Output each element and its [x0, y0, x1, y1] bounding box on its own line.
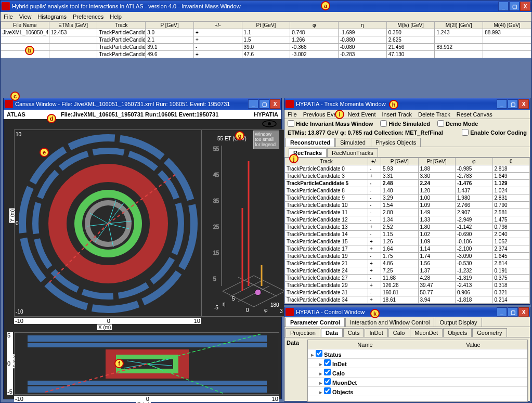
rz-view[interactable]	[14, 332, 279, 395]
tree-item[interactable]: ▸ InDet	[308, 359, 527, 368]
column-header[interactable]: M(lv) [GeV]	[386, 22, 435, 29]
canvas-area[interactable]: 10 0 -10 Y (m) -10010 X (m) 55 ET (GeV) …	[4, 119, 281, 399]
tab-geometry[interactable]: Geometry	[472, 328, 507, 337]
table-row[interactable]: TrackParticleCandidate 2049.6+47.6-3.002…	[1, 51, 531, 58]
column-header[interactable]: M(2l) [GeV]	[435, 22, 483, 29]
tree-checkbox[interactable]	[316, 350, 322, 357]
table-row[interactable]: TrackParticleCandidate 29+126.2639.47-2.…	[285, 282, 530, 289]
table-row[interactable]: TrackParticleCandidate 31-160.8150.770.9…	[285, 289, 530, 296]
column-header[interactable]: φ	[456, 158, 493, 165]
table-row[interactable]: TrackParticleCandidate 19-1.751.74-3.090…	[285, 253, 530, 260]
close-button[interactable]: X	[270, 99, 280, 109]
histogram-view[interactable]: 55 ET (GeV) 55 45 35 25 15 5 η	[201, 129, 284, 317]
tab-calo[interactable]: Calo	[388, 328, 410, 337]
tree-checkbox[interactable]	[324, 378, 331, 385]
xy-view[interactable]: 10 0 -10	[14, 129, 201, 317]
table-row[interactable]: TrackParticleCandidate 12-1.341.33-2.949…	[285, 216, 530, 224]
menu-reset[interactable]: Reset Canvas	[457, 111, 492, 118]
tracks-scroll[interactable]: Track+/-P [GeV]Pt [GeV]φθ TrackParticleC…	[284, 158, 530, 304]
chk-hide-sim[interactable]: Hide Simulated	[380, 120, 430, 127]
table-row[interactable]: TrackParticleCandidate 21+4.861.56-0.530…	[285, 260, 530, 267]
column-header[interactable]: η	[339, 22, 387, 29]
table-row[interactable]: TrackParticleCandidate 8-1.401.201.4371.…	[285, 187, 530, 194]
table-row[interactable]: TrackParticleCandidate 72.1+1.51.266-0.8…	[1, 36, 531, 44]
tab-indet[interactable]: InDet	[365, 328, 387, 337]
column-header[interactable]: File Name	[1, 22, 49, 29]
close-button[interactable]: X	[518, 307, 529, 317]
column-header[interactable]: Pt [GeV]	[418, 158, 456, 165]
menu-help[interactable]: Help	[110, 14, 122, 20]
tree-item[interactable]: ▸ Calo	[308, 368, 527, 378]
menu-file[interactable]: File	[288, 111, 297, 118]
column-header[interactable]: M(4l) [GeV]	[483, 22, 531, 29]
menu-file[interactable]: File	[4, 14, 13, 20]
column-header[interactable]: +/-	[368, 158, 381, 165]
table-row[interactable]: TrackParticleCandidate 5-2.482.24-1.4761…	[285, 180, 530, 187]
column-header[interactable]: θ	[492, 158, 530, 165]
column-header[interactable]: P [GeV]	[381, 158, 419, 165]
table-row[interactable]: TrackParticleCandidate 38+6.411.001.1190…	[285, 304, 530, 305]
maximize-button[interactable]: ▢	[508, 99, 518, 109]
close-button[interactable]: X	[518, 99, 529, 109]
column-header[interactable]: Pt [GeV]	[242, 22, 290, 29]
fisheye-icon[interactable]	[262, 120, 277, 128]
tree-checkbox[interactable]	[324, 359, 331, 366]
table-row[interactable]: TrackParticleCandidate 11-2.801.492.9072…	[285, 209, 530, 216]
tree-checkbox[interactable]	[324, 387, 331, 394]
tab-projection[interactable]: Projection	[286, 328, 320, 337]
table-row[interactable]: JiveXML_106050_4224648.xml12.453TrackPar…	[1, 29, 531, 36]
column-header[interactable]: ETMis [GeV]	[49, 22, 97, 29]
column-header[interactable]: +/-	[193, 22, 242, 29]
expand-icon[interactable]: ▸	[319, 370, 324, 376]
mass-table[interactable]: File NameETMis [GeV]TrackP [GeV]+/-Pt [G…	[1, 21, 531, 58]
column-header[interactable]: φ	[290, 22, 339, 29]
momenta-titlebar[interactable]: HYPATIA - Track Momenta Window _ ▢ X	[284, 98, 530, 110]
maximize-button[interactable]: ▢	[509, 2, 520, 11]
tracks-table[interactable]: Track+/-P [GeV]Pt [GeV]φθ TrackParticleC…	[284, 158, 530, 304]
tab-interaction[interactable]: Interaction and Window Control	[345, 318, 434, 327]
close-button[interactable]: X	[520, 2, 530, 11]
tree-item[interactable]: ▸ Status	[308, 349, 527, 359]
canvas-titlebar[interactable]: Canvas Window - File: JiveXML_106051_195…	[4, 98, 281, 110]
column-header[interactable]: Track	[97, 22, 146, 29]
table-row[interactable]: TrackParticleCandidate 3+3.313.30-2.7831…	[285, 173, 530, 180]
chk-hide-mass[interactable]: Hide Invariant Mass Window	[288, 120, 373, 127]
tab-output[interactable]: Output Display	[435, 318, 482, 327]
maximize-button[interactable]: ▢	[259, 99, 269, 109]
expand-icon[interactable]: ▸	[311, 352, 316, 358]
menu-histograms[interactable]: Histograms	[37, 14, 67, 20]
tab-simulated[interactable]: Simulated	[335, 138, 370, 147]
chk-color[interactable]: Enable Color Coding	[462, 129, 527, 136]
tab-physics[interactable]: Physics Objects	[371, 138, 421, 147]
table-row[interactable]: TrackParticleCandidate 34+18.613.94-1.81…	[285, 296, 530, 304]
minimize-button[interactable]: _	[497, 99, 507, 109]
control-titlebar[interactable]: HYPATIA - Control Window _ ▢ X	[284, 307, 530, 317]
tab-cuts[interactable]: Cuts	[343, 328, 365, 337]
minimize-button[interactable]: _	[497, 307, 507, 317]
tree-item[interactable]: ▸ MuonDet	[308, 378, 527, 387]
chk-demo[interactable]: Demo Mode	[437, 120, 478, 127]
table-row[interactable]: TrackParticleCandidate 10-1.541.092.7660…	[285, 202, 530, 209]
minimize-button[interactable]: _	[498, 2, 509, 11]
expand-icon[interactable]: ▸	[319, 389, 324, 395]
table-row[interactable]: TrackParticleCandidate 9-3.291.001.9802.…	[285, 194, 530, 202]
tree-checkbox[interactable]	[324, 369, 331, 375]
table-row[interactable]: TrackParticleCandidate 639.1-39.0-0.366-…	[1, 44, 531, 51]
expand-icon[interactable]: ▸	[319, 380, 324, 386]
tree-item[interactable]: ▸ Objects	[308, 387, 527, 396]
tree-pane[interactable]: Name Value ▸ Status▸ InDet▸ Calo▸ MuonDe…	[307, 340, 528, 402]
main-titlebar[interactable]: Hybrid pupils' analysis tool for interac…	[1, 1, 531, 12]
table-row[interactable]: TrackParticleCandidate 24+7.251.37-1.232…	[285, 267, 530, 275]
tab-reconstructed[interactable]: Reconstructed	[286, 138, 335, 147]
tab-objects[interactable]: Objects	[443, 328, 472, 337]
table-row[interactable]: TrackParticleCandidate 27-11.684.28-1.31…	[285, 275, 530, 282]
table-row[interactable]: TrackParticleCandidate 15+1.261.09-0.106…	[285, 238, 530, 245]
tab-muondet[interactable]: MuonDet	[410, 328, 443, 337]
menu-view[interactable]: View	[19, 14, 32, 20]
expand-icon[interactable]: ▸	[319, 361, 324, 367]
tab-data[interactable]: Data	[321, 328, 343, 337]
menu-preferences[interactable]: Preferences	[73, 14, 103, 20]
table-row[interactable]: TrackParticleCandidate 14-1.151.02-0.690…	[285, 231, 530, 238]
table-row[interactable]: TrackParticleCandidate 17+1.641.14-2.100…	[285, 245, 530, 253]
column-header[interactable]: P [GeV]	[146, 22, 194, 29]
